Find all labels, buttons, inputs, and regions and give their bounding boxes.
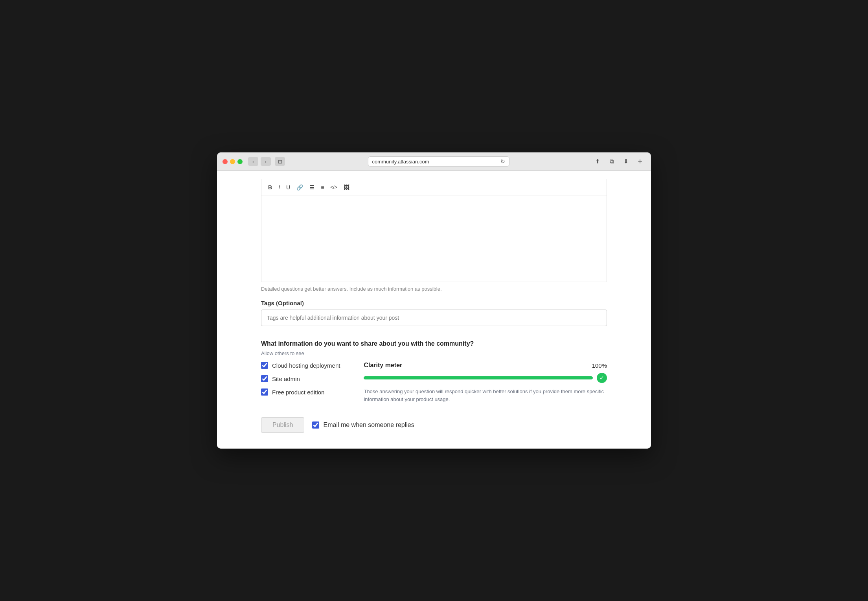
browser-window: ‹ › ⊡ community.atlassian.com ↻ ⬆ ⧉ ⬇ + …: [217, 152, 651, 449]
site-checkbox[interactable]: [261, 375, 268, 382]
clarity-title: Clarity meter: [364, 362, 402, 369]
traffic-lights: [223, 159, 243, 164]
minimize-button[interactable]: [230, 159, 235, 164]
editor-toolbar: B I U 🔗 ☰ ≡ </> 🖼: [261, 179, 607, 196]
clarity-percent: 100%: [592, 362, 607, 369]
link-button[interactable]: 🔗: [294, 183, 305, 192]
nav-buttons: ‹ ›: [248, 157, 271, 166]
community-section: What information do you want to share ab…: [261, 340, 607, 403]
bullet-list-button[interactable]: ☰: [307, 183, 316, 192]
clarity-check-icon: ✓: [597, 373, 607, 383]
url-text: community.atlassian.com: [372, 159, 429, 165]
edition-label: Free product edition: [272, 389, 324, 396]
allow-label: Allow others to see: [261, 350, 607, 356]
refresh-button[interactable]: ↻: [500, 158, 505, 165]
clarity-header: Clarity meter 100%: [364, 362, 607, 369]
maximize-button[interactable]: [237, 159, 243, 164]
sidebar-toggle-button[interactable]: ⊡: [275, 157, 285, 166]
checkboxes-col: Cloud hosting deployment Site admin Free…: [261, 362, 340, 403]
address-bar[interactable]: community.atlassian.com ↻: [368, 156, 509, 167]
close-button[interactable]: [223, 159, 228, 164]
code-button[interactable]: </>: [328, 183, 339, 191]
tags-label: Tags (Optional): [261, 300, 607, 306]
email-notify-label: Email me when someone replies: [323, 421, 414, 429]
new-tab-button[interactable]: +: [634, 156, 645, 167]
back-button[interactable]: ‹: [248, 157, 258, 166]
browser-titlebar: ‹ › ⊡ community.atlassian.com ↻ ⬆ ⧉ ⬇ +: [217, 152, 651, 171]
address-bar-container: community.atlassian.com ↻: [289, 156, 588, 167]
clarity-bar-fill: [364, 376, 593, 379]
site-label: Site admin: [272, 376, 300, 382]
email-checkbox-row: Email me when someone replies: [312, 421, 414, 429]
page-content: B I U 🔗 ☰ ≡ </> 🖼 Detailed questions get…: [249, 171, 619, 449]
browser-content: B I U 🔗 ☰ ≡ </> 🖼 Detailed questions get…: [217, 171, 651, 449]
tags-input[interactable]: [261, 310, 607, 326]
checkbox-edition: Free product edition: [261, 388, 340, 396]
tab-overview-button[interactable]: ⧉: [606, 156, 617, 167]
ordered-list-button[interactable]: ≡: [319, 183, 326, 192]
clarity-bar-bg: [364, 376, 593, 379]
italic-button[interactable]: I: [276, 183, 282, 192]
email-notify-checkbox[interactable]: [312, 421, 319, 429]
community-grid: Cloud hosting deployment Site admin Free…: [261, 362, 607, 403]
checkbox-cloud: Cloud hosting deployment: [261, 362, 340, 369]
toolbar-right: ⬆ ⧉ ⬇ +: [592, 156, 645, 167]
editor-body[interactable]: [261, 196, 607, 282]
bold-button[interactable]: B: [266, 183, 274, 192]
share-button[interactable]: ⬆: [592, 156, 603, 167]
forward-button[interactable]: ›: [261, 157, 271, 166]
publish-section: Publish Email me when someone replies: [261, 417, 607, 433]
editor-hint: Detailed questions get better answers. I…: [261, 286, 607, 292]
image-button[interactable]: 🖼: [342, 183, 351, 192]
cloud-label: Cloud hosting deployment: [272, 362, 340, 369]
underline-button[interactable]: U: [284, 183, 292, 192]
download-button[interactable]: ⬇: [620, 156, 631, 167]
clarity-bar-row: ✓: [364, 373, 607, 383]
cloud-checkbox[interactable]: [261, 362, 268, 369]
edition-checkbox[interactable]: [261, 388, 268, 396]
checkbox-site: Site admin: [261, 375, 340, 382]
publish-button[interactable]: Publish: [261, 417, 304, 433]
clarity-col: Clarity meter 100% ✓ Those answering you…: [364, 362, 607, 403]
clarity-description: Those answering your question will respo…: [364, 388, 607, 403]
community-title: What information do you want to share ab…: [261, 340, 607, 347]
